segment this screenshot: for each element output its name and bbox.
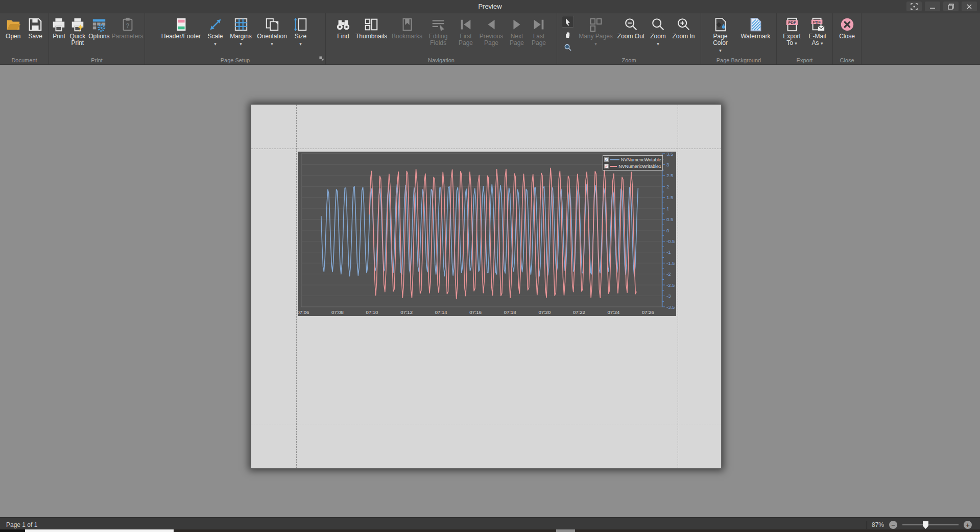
window-controls bbox=[906, 2, 977, 11]
close-window-button[interactable] bbox=[962, 2, 977, 11]
print-button[interactable]: Print bbox=[50, 15, 68, 56]
group-caption-page-setup: Page Setup bbox=[145, 57, 325, 63]
svg-text:-0.5: -0.5 bbox=[666, 238, 675, 244]
magnifier-tool-button[interactable] bbox=[562, 41, 574, 53]
thumbnails-icon bbox=[364, 17, 379, 32]
export-pdf-icon bbox=[784, 17, 800, 32]
minimize-button[interactable] bbox=[925, 2, 940, 11]
parameters-button: Parameters bbox=[111, 15, 144, 56]
save-floppy-icon bbox=[28, 17, 43, 32]
svg-text:2: 2 bbox=[666, 184, 669, 189]
editing-fields-icon bbox=[431, 17, 446, 32]
svg-text:07:20: 07:20 bbox=[538, 309, 551, 315]
zoom-out-icon bbox=[624, 17, 639, 32]
dropdown-arrow-icon bbox=[821, 39, 823, 46]
zoom-in-icon bbox=[676, 17, 691, 32]
svg-text:3: 3 bbox=[666, 162, 669, 167]
svg-text:-3.5: -3.5 bbox=[666, 304, 675, 310]
orientation-button[interactable]: Orientation bbox=[255, 15, 290, 56]
margin-guide-top bbox=[251, 149, 721, 149]
status-bar: Page 1 of 1 87% − + bbox=[0, 517, 980, 532]
ribbon-group-navigation: Find Thumbnails Bookmarks Editing Fields… bbox=[326, 13, 557, 64]
size-button[interactable]: Size bbox=[290, 15, 312, 56]
printer-icon bbox=[51, 17, 66, 32]
svg-text:07:24: 07:24 bbox=[608, 309, 620, 315]
report-page: 3.532.521.510.50-0.5-1-1.5-2-2.5-3-3.507… bbox=[251, 104, 722, 469]
svg-text:0.5: 0.5 bbox=[666, 216, 673, 222]
watermark-button[interactable]: Watermark bbox=[737, 15, 774, 56]
svg-text:-3: -3 bbox=[666, 293, 671, 299]
svg-text:-2.5: -2.5 bbox=[666, 282, 675, 288]
title-bar: Preview bbox=[0, 0, 980, 13]
svg-text:07:12: 07:12 bbox=[400, 309, 413, 315]
pointer-icon bbox=[564, 18, 572, 26]
close-preview-button[interactable]: Close bbox=[835, 15, 859, 56]
magnifier-icon bbox=[564, 43, 572, 52]
svg-text:07:26: 07:26 bbox=[642, 309, 654, 315]
dropdown-arrow-icon bbox=[299, 40, 302, 46]
preview-window: ? PDF PDF bbox=[0, 0, 980, 532]
zoom-slider-track[interactable] bbox=[902, 524, 959, 525]
svg-text:-1.5: -1.5 bbox=[666, 260, 675, 266]
hand-tool-button[interactable] bbox=[562, 29, 574, 40]
editing-fields-button: Editing Fields bbox=[425, 15, 451, 56]
svg-text:1.5: 1.5 bbox=[666, 195, 673, 200]
scale-button[interactable]: Scale bbox=[204, 15, 227, 56]
ribbon-group-export: Export To E-Mail As Export bbox=[777, 13, 833, 64]
open-folder-icon bbox=[6, 17, 21, 32]
quick-print-button[interactable]: Quick Print bbox=[68, 15, 87, 56]
zoom-in-button[interactable]: Zoom In bbox=[670, 15, 698, 56]
margins-button[interactable]: Margins bbox=[227, 15, 255, 56]
header-footer-button[interactable]: Header/Footer bbox=[159, 15, 204, 56]
thumbnails-button[interactable]: Thumbnails bbox=[353, 15, 389, 56]
zoom-increase-button[interactable]: + bbox=[964, 521, 972, 529]
zoom-slider[interactable] bbox=[902, 521, 959, 529]
page-indicator: Page 1 of 1 bbox=[0, 521, 37, 528]
previous-page-icon bbox=[484, 17, 499, 32]
svg-text:07:14: 07:14 bbox=[435, 309, 447, 315]
group-caption-close: Close bbox=[833, 57, 861, 63]
dropdown-arrow-icon bbox=[657, 40, 659, 46]
ribbon-group-print: Print Quick Print Options Parameters Pri… bbox=[49, 13, 145, 64]
chart-legend: ✓ NVNumericWritable ✓ NVNumericWritable1 bbox=[603, 155, 663, 171]
legend-label-series1: NVNumericWritable bbox=[621, 157, 661, 162]
email-as-button[interactable]: E-Mail As bbox=[805, 15, 830, 56]
fullscreen-button[interactable] bbox=[906, 2, 922, 11]
hand-icon bbox=[564, 31, 572, 39]
svg-text:-1: -1 bbox=[666, 249, 671, 255]
bottom-strip-progress bbox=[25, 529, 174, 532]
orientation-pages-icon bbox=[265, 17, 280, 32]
legend-label-series2: NVNumericWritable1 bbox=[618, 164, 661, 169]
scale-arrows-icon bbox=[208, 17, 223, 32]
first-page-button: First Page bbox=[455, 15, 477, 56]
zoom-out-button[interactable]: Zoom Out bbox=[616, 15, 647, 56]
margin-guide-bottom bbox=[251, 424, 721, 424]
pointer-tool-button[interactable] bbox=[562, 16, 574, 28]
zoom-button[interactable]: Zoom bbox=[647, 15, 670, 56]
dropdown-arrow-icon bbox=[214, 40, 217, 46]
find-button[interactable]: Find bbox=[333, 15, 353, 56]
restore-button[interactable] bbox=[943, 2, 959, 11]
open-button[interactable]: Open bbox=[2, 15, 25, 56]
options-button[interactable]: Options bbox=[87, 15, 111, 56]
save-button[interactable]: Save bbox=[25, 15, 47, 56]
zoom-tool-column bbox=[562, 16, 574, 53]
ribbon-group-zoom: Many Pages Zoom Out Zoom Zoom In Zoom bbox=[557, 13, 701, 64]
svg-text:07:22: 07:22 bbox=[573, 309, 585, 315]
page-color-button[interactable]: Page Color bbox=[704, 15, 737, 56]
svg-text:2.5: 2.5 bbox=[666, 173, 673, 178]
export-to-button[interactable]: Export To bbox=[779, 15, 805, 56]
next-page-icon bbox=[509, 17, 524, 32]
quick-print-icon bbox=[70, 17, 85, 32]
preview-canvas[interactable]: 3.532.521.510.50-0.5-1-1.5-2-2.5-3-3.507… bbox=[0, 65, 980, 517]
group-caption-zoom: Zoom bbox=[557, 57, 701, 63]
zoom-decrease-button[interactable]: − bbox=[889, 521, 897, 529]
group-caption-export: Export bbox=[777, 57, 832, 63]
svg-text:3.5: 3.5 bbox=[666, 152, 673, 157]
legend-row: ✓ NVNumericWritable1 bbox=[604, 163, 661, 170]
bookmarks-icon bbox=[399, 17, 415, 32]
bookmarks-button: Bookmarks bbox=[389, 15, 425, 56]
dropdown-arrow-icon bbox=[271, 40, 273, 46]
zoom-slider-thumb[interactable] bbox=[923, 521, 928, 529]
many-pages-button: Many Pages bbox=[576, 15, 616, 56]
